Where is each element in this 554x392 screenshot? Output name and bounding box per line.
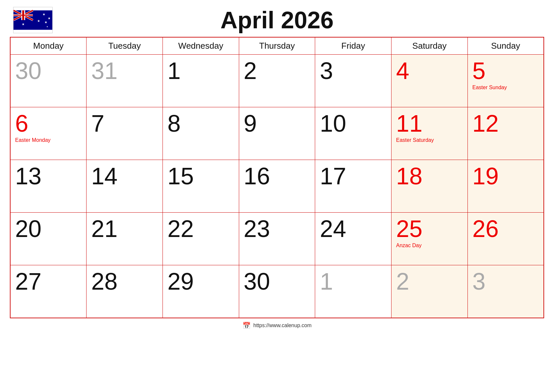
calendar-cell: 28 — [87, 265, 163, 318]
calendar-cell: 6Easter Monday — [10, 107, 87, 160]
footer: 📅 https://www.calenup.com — [242, 322, 312, 329]
svg-text:★: ★ — [42, 13, 45, 16]
calendar-cell: 12 — [467, 107, 544, 160]
page-title: April 2026 — [220, 7, 334, 34]
day-number: 30 — [15, 58, 82, 84]
calendar-cell: 9 — [239, 107, 315, 160]
calendar-cell: 10 — [315, 107, 391, 160]
calendar-table: Monday Tuesday Wednesday Thursday Friday… — [10, 37, 544, 318]
svg-text:★: ★ — [46, 26, 48, 28]
australia-flag: ★ ★ ★ ★ ★ ★ — [13, 7, 53, 33]
svg-text:★: ★ — [44, 20, 47, 24]
day-number: 1 — [320, 269, 387, 295]
col-sunday: Sunday — [467, 37, 544, 55]
calendar-week-row: 6Easter Monday7891011Easter Saturday12 — [10, 107, 544, 160]
calendar-cell: 21 — [87, 213, 163, 265]
calendar-cell: 19 — [467, 160, 544, 213]
day-number: 7 — [91, 111, 158, 137]
calendar-cell: 7 — [87, 107, 163, 160]
day-number: 29 — [167, 269, 234, 295]
day-number: 24 — [320, 216, 387, 242]
calendar-cell: 22 — [163, 213, 239, 265]
day-number: 26 — [472, 216, 539, 242]
day-number: 9 — [244, 111, 311, 137]
day-number: 3 — [320, 58, 387, 84]
calendar-cell: 1 — [315, 265, 391, 318]
svg-text:★: ★ — [37, 19, 40, 23]
calendar-week-row: 202122232425Anzac Day26 — [10, 213, 544, 265]
calendar-cell: 29 — [163, 265, 239, 318]
calendar-cell: 15 — [163, 160, 239, 213]
calendar-cell: 14 — [87, 160, 163, 213]
day-number: 17 — [320, 163, 387, 189]
day-number: 10 — [320, 111, 387, 137]
col-wednesday: Wednesday — [163, 37, 239, 55]
day-number: 14 — [91, 163, 158, 189]
calendar-cell: 8 — [163, 107, 239, 160]
col-thursday: Thursday — [239, 37, 315, 55]
calendar-week-row: 13141516171819 — [10, 160, 544, 213]
day-number: 2 — [396, 269, 463, 295]
calendar-cell: 23 — [239, 213, 315, 265]
calendar-cell: 3 — [467, 265, 544, 318]
day-number: 15 — [167, 163, 234, 189]
svg-text:★: ★ — [48, 16, 51, 20]
day-number: 2 — [244, 58, 311, 84]
footer-url[interactable]: https://www.calenup.com — [253, 323, 312, 328]
day-label: Easter Monday — [15, 137, 82, 143]
calendar-cell: 2 — [391, 265, 468, 318]
calendar-cell: 17 — [315, 160, 391, 213]
day-label: Easter Sunday — [472, 85, 539, 91]
day-label: Easter Saturday — [396, 137, 463, 143]
day-number: 12 — [472, 111, 539, 137]
day-number: 28 — [91, 269, 158, 295]
calendar-cell: 1 — [163, 55, 239, 107]
footer-icon: 📅 — [242, 322, 251, 329]
svg-rect-9 — [13, 15, 33, 16]
day-number: 11 — [396, 111, 463, 137]
calendar-cell: 30 — [239, 265, 315, 318]
calendar-cell: 16 — [239, 160, 315, 213]
calendar-cell: 30 — [10, 55, 87, 107]
calendar-cell: 24 — [315, 213, 391, 265]
calendar-cell: 20 — [10, 213, 87, 265]
day-number: 19 — [472, 163, 539, 189]
calendar-cell: 13 — [10, 160, 87, 213]
day-number: 22 — [167, 216, 234, 242]
col-saturday: Saturday — [391, 37, 468, 55]
day-number: 1 — [167, 58, 234, 84]
calendar-cell: 11Easter Saturday — [391, 107, 468, 160]
calendar-week-row: 303112345Easter Sunday — [10, 55, 544, 107]
svg-text:★: ★ — [22, 22, 25, 26]
calendar-cell: 31 — [87, 55, 163, 107]
calendar-cell: 18 — [391, 160, 468, 213]
day-number: 4 — [396, 58, 463, 84]
calendar-cell: 3 — [315, 55, 391, 107]
day-number: 6 — [15, 111, 82, 137]
day-number: 25 — [396, 216, 463, 242]
day-number: 27 — [15, 269, 82, 295]
col-friday: Friday — [315, 37, 391, 55]
calendar-cell: 4 — [391, 55, 468, 107]
day-number: 23 — [244, 216, 311, 242]
day-number: 30 — [244, 269, 311, 295]
col-tuesday: Tuesday — [87, 37, 163, 55]
day-number: 3 — [472, 269, 539, 295]
calendar-cell: 26 — [467, 213, 544, 265]
day-number: 8 — [167, 111, 234, 137]
day-number: 5 — [472, 58, 539, 84]
day-number: 16 — [244, 163, 311, 189]
day-number: 13 — [15, 163, 82, 189]
day-number: 20 — [15, 216, 82, 242]
calendar-cell: 25Anzac Day — [391, 213, 468, 265]
calendar-cell: 27 — [10, 265, 87, 318]
day-label: Anzac Day — [396, 243, 463, 248]
day-number: 21 — [91, 216, 158, 242]
calendar-cell: 5Easter Sunday — [467, 55, 544, 107]
day-number: 31 — [91, 58, 158, 84]
col-monday: Monday — [10, 37, 87, 55]
calendar-cell: 2 — [239, 55, 315, 107]
calendar-header: ★ ★ ★ ★ ★ ★ April 2026 — [10, 7, 544, 34]
day-number: 18 — [396, 163, 463, 189]
calendar-week-row: 27282930123 — [10, 265, 544, 318]
